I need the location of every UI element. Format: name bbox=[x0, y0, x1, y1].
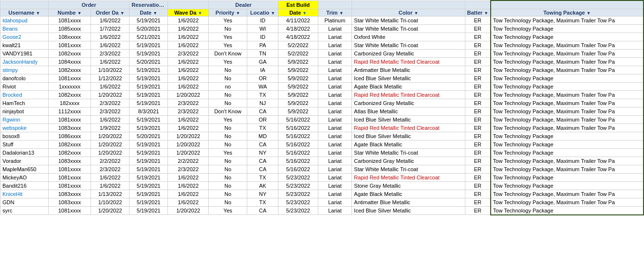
username-filter-icon[interactable]: ▼ bbox=[36, 11, 40, 16]
battery-filter-icon[interactable]: ▼ bbox=[484, 11, 488, 16]
table-cell: Lariat bbox=[318, 107, 352, 115]
table-cell: Brocked bbox=[0, 90, 49, 99]
table-cell: 1/20/2022 bbox=[91, 132, 129, 140]
table-cell: IA bbox=[247, 66, 278, 74]
est-build-group-header: Est Build bbox=[278, 0, 318, 9]
table-cell: NY bbox=[247, 190, 278, 198]
table-cell: 5/2/2022 bbox=[278, 41, 318, 49]
table-cell: 1/20/2022 bbox=[91, 140, 129, 148]
table-cell: Yes bbox=[209, 115, 247, 124]
wave-date-header[interactable]: Wave Da ▼ bbox=[168, 9, 209, 16]
towing-filter-icon[interactable]: ▼ bbox=[587, 11, 591, 16]
table-cell: Lariat bbox=[318, 57, 352, 66]
location-filter-icon[interactable]: ▼ bbox=[271, 11, 275, 16]
table-cell: 4/18/2022 bbox=[278, 24, 318, 33]
table-cell: Yes bbox=[209, 148, 247, 157]
table-cell: 1/6/2022 bbox=[168, 74, 209, 82]
res-date-header[interactable]: Date ▼ bbox=[129, 9, 168, 16]
towing-header[interactable]: Towing Package ▼ bbox=[491, 9, 644, 16]
table-cell: 5/19/2021 bbox=[129, 173, 168, 181]
table-cell: Lariat bbox=[318, 190, 352, 198]
table-cell: ER bbox=[465, 115, 490, 124]
table-cell: 4/11/2022 bbox=[278, 16, 318, 24]
order-date-label: Order Da bbox=[96, 10, 119, 16]
res-date-filter-icon[interactable]: ▼ bbox=[153, 11, 157, 16]
table-cell: TX bbox=[247, 90, 278, 99]
color-header[interactable]: Color ▼ bbox=[352, 9, 465, 16]
table-cell: No bbox=[209, 157, 247, 165]
table-cell: ER bbox=[465, 140, 490, 148]
table-cell: ER bbox=[465, 57, 490, 66]
order-num-filter-icon[interactable]: ▼ bbox=[77, 11, 82, 16]
table-cell: 5/9/2022 bbox=[278, 90, 318, 99]
order-num-header[interactable]: Numbe ▼ bbox=[48, 9, 91, 16]
color-filter-icon[interactable]: ▼ bbox=[414, 11, 419, 16]
towing-label: Towing Package bbox=[543, 10, 585, 16]
table-cell: 1/6/2022 bbox=[91, 82, 129, 90]
location-header[interactable]: Locatio ▼ bbox=[247, 9, 278, 16]
table-cell: 1/20/2022 bbox=[91, 148, 129, 157]
table-cell: Tow Technology Package, Maximum Trailer … bbox=[491, 157, 644, 165]
table-cell: CA bbox=[247, 157, 278, 165]
table-cell: Goose2 bbox=[0, 33, 49, 41]
table-cell: Lariat bbox=[318, 124, 352, 132]
table-cell: 108xxxxx bbox=[48, 33, 91, 41]
table-cell: Tow Technology Package, Maximum Trailer … bbox=[491, 124, 644, 132]
trim-header[interactable]: Trim ▼ bbox=[318, 9, 352, 16]
table-cell: 5/16/2022 bbox=[278, 124, 318, 132]
table-cell: MapleMan650 bbox=[0, 165, 49, 173]
table-cell: Yes bbox=[209, 41, 247, 49]
priority-header[interactable]: Priority ▼ bbox=[209, 9, 247, 16]
table-cell: GA bbox=[247, 57, 278, 66]
location-label: Locatio bbox=[250, 10, 269, 16]
table-row: Rgwinn1081xxxx1/6/20225/19/20211/6/2022Y… bbox=[0, 115, 644, 124]
order-group-header: Order bbox=[48, 0, 129, 9]
table-cell: 1/20/2022 bbox=[91, 90, 129, 99]
table-cell: 1/6/2022 bbox=[168, 66, 209, 74]
trim-filter-icon[interactable]: ▼ bbox=[339, 11, 344, 16]
battery-header[interactable]: Batter ▼ bbox=[465, 9, 490, 16]
table-cell: Stone Gray Metallic bbox=[352, 181, 465, 190]
table-cell: ER bbox=[465, 173, 490, 181]
username-header[interactable]: Username ▼ bbox=[0, 9, 49, 16]
table-cell: 1/6/2022 bbox=[91, 115, 129, 124]
table-cell: ER bbox=[465, 16, 490, 24]
est-build-header[interactable]: Date ▼ bbox=[278, 9, 318, 16]
table-row: webspoke1083xxxx1/9/20225/19/20211/6/202… bbox=[0, 124, 644, 132]
table-cell: Lariat bbox=[318, 198, 352, 206]
table-cell: Tow Technology Package, Maximum Trailer … bbox=[491, 49, 644, 57]
table-cell: ER bbox=[465, 190, 490, 198]
table-cell: 1083xxxx bbox=[48, 198, 91, 206]
table-cell: 5/19/2021 bbox=[129, 190, 168, 198]
table-cell: 5/19/2021 bbox=[129, 82, 168, 90]
table-cell: AK bbox=[247, 181, 278, 190]
table-cell: Star White Metallic Tri-coat bbox=[352, 148, 465, 157]
table-row: kwalt211081xxxx1/6/20225/19/20211/6/2022… bbox=[0, 41, 644, 49]
table-cell: 4/18/2022 bbox=[278, 33, 318, 41]
table-cell: Tow Technology Package, Maximum Trailer … bbox=[491, 165, 644, 173]
est-build-filter-icon[interactable]: ▼ bbox=[302, 11, 307, 16]
table-cell: 1/20/2022 bbox=[168, 206, 209, 215]
table-row: ninjaybot1112xxxx2/3/20228/3/20212/3/202… bbox=[0, 107, 644, 115]
table-cell: 5/19/2021 bbox=[129, 16, 168, 24]
order-num-label: Numbe bbox=[57, 10, 75, 16]
table-cell: 5/9/2022 bbox=[278, 99, 318, 107]
table-cell: 1085xxxx bbox=[48, 24, 91, 33]
order-date-header[interactable]: Order Da ▼ bbox=[91, 9, 129, 16]
table-row: Riviot1xxxxxxx1/6/20225/19/20211/6/2022n… bbox=[0, 82, 644, 90]
trim-label: Trim bbox=[326, 10, 337, 16]
wave-date-filter-icon[interactable]: ▼ bbox=[198, 11, 202, 16]
table-cell: Star White Metallic Tri-coat bbox=[352, 165, 465, 173]
table-cell: No bbox=[209, 99, 247, 107]
table-cell: No bbox=[209, 74, 247, 82]
table-cell: TX bbox=[247, 173, 278, 181]
priority-filter-icon[interactable]: ▼ bbox=[236, 11, 240, 16]
table-cell: Agate Black Metallic bbox=[352, 82, 465, 90]
table-cell: 1/20/2022 bbox=[168, 90, 209, 99]
table-cell: 5/9/2022 bbox=[278, 82, 318, 90]
table-cell: 1/7/2022 bbox=[91, 24, 129, 33]
table-cell: Tow Technology Package, Maximum Trailer … bbox=[491, 66, 644, 74]
order-date-filter-icon[interactable]: ▼ bbox=[120, 11, 125, 16]
table-cell: 1/6/2022 bbox=[168, 41, 209, 49]
table-cell: No bbox=[209, 173, 247, 181]
